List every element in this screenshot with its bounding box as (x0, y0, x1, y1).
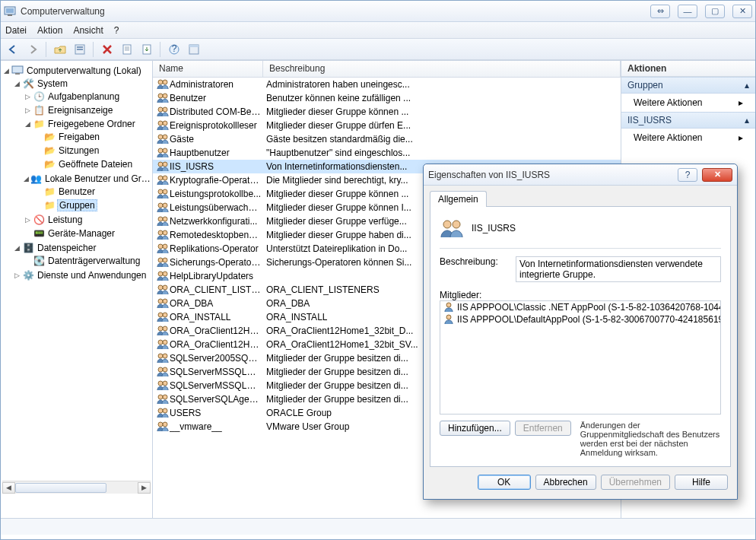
desc-field[interactable]: Von Internetinformationsdiensten verwend… (516, 256, 721, 282)
titlebar[interactable]: Computerverwaltung ⇔ — ▢ ✕ (1, 1, 755, 22)
list-cell-name: IIS_IUSRS (170, 161, 266, 172)
disk-icon: 💽 (33, 255, 45, 267)
column-beschreibung[interactable]: Beschreibung (263, 61, 621, 77)
scroll-left-icon[interactable]: ◀ (2, 482, 15, 494)
list-cell-name: ORA_CLIENT_LISTENE... (170, 284, 266, 295)
actions-link-weitere-2[interactable]: Weitere Aktionen▸ (621, 129, 755, 147)
list-cell-name: Gäste (170, 134, 266, 145)
group-icon (156, 311, 170, 323)
column-name[interactable]: Name (153, 61, 263, 77)
actions-section-gruppen[interactable]: Gruppen▴ (621, 77, 755, 94)
list-row[interactable]: Hauptbenutzer"Hauptbenutzer" sind einges… (153, 146, 621, 160)
maximize-button[interactable]: ▢ (705, 5, 725, 18)
tree-dienste[interactable]: ▷⚙️Dienste und Anwendungen (13, 269, 151, 281)
members-list[interactable]: IIS APPPOOL\Classic .NET AppPool (S-1-5-… (440, 300, 721, 415)
group-icon (156, 78, 170, 91)
up-folder-button[interactable] (51, 41, 69, 58)
svg-point-36 (158, 230, 163, 235)
minimize-button[interactable]: — (678, 5, 697, 18)
tree-hscrollbar[interactable]: ◀ ▶ (2, 481, 151, 494)
collapse-icon: ▴ (745, 80, 749, 91)
group-icon (156, 160, 170, 173)
menu-datei[interactable]: Datei (5, 25, 27, 36)
delete-button[interactable] (98, 41, 116, 58)
dialog-help-button[interactable]: ? (678, 168, 697, 182)
cancel-button[interactable]: Abbrechen (535, 475, 596, 490)
tree-sitzungen[interactable]: 📂Sitzungen (34, 145, 151, 157)
tree-lokale-benutzer[interactable]: ◢👥Lokale Benutzer und Gr… (24, 173, 151, 185)
window-title: Computerverwaltung (21, 6, 650, 17)
list-cell-name: Netzwerkkonfigurati... (170, 216, 266, 227)
status-bar (1, 518, 755, 535)
list-row[interactable]: EreignisprotokollleserMitglieder dieser … (153, 119, 621, 132)
tree-aufgabenplanung[interactable]: ▷🕒Aufgabenplanung (24, 91, 151, 103)
tree-root[interactable]: ◢Computerverwaltung (Lokal) (2, 65, 151, 77)
group-icon (156, 133, 170, 145)
svg-point-26 (158, 162, 163, 167)
svg-point-41 (163, 258, 167, 262)
list-row[interactable]: GästeGäste besitzen standardmäßig die... (153, 132, 621, 146)
dialog-help-footer-button[interactable]: Hilfe (675, 475, 728, 490)
add-button[interactable]: Hinzufügen... (440, 421, 510, 436)
dialog-close-button[interactable]: ✕ (702, 168, 732, 182)
group-icon (156, 256, 170, 268)
member-row[interactable]: IIS APPPOOL\Classic .NET AppPool (S-1-5-… (440, 301, 720, 313)
tree-gruppen[interactable]: 📁Gruppen (34, 199, 151, 211)
group-icon (440, 216, 464, 240)
svg-point-17 (163, 94, 167, 98)
tree-datentraeger[interactable]: 💽Datenträgerverwaltung (24, 255, 151, 267)
folder-icon: 📁 (43, 186, 56, 198)
tree-panel[interactable]: ◢Computerverwaltung (Lokal) ◢🛠️System ▷🕒… (1, 61, 153, 518)
device-icon: 📟 (33, 227, 45, 240)
svg-point-43 (163, 272, 167, 276)
properties-button[interactable] (71, 41, 89, 58)
actions-section-iisiusrs[interactable]: IIS_IUSRS▴ (621, 112, 755, 129)
group-icon (156, 243, 170, 255)
svg-point-67 (453, 221, 460, 228)
tree-leistung[interactable]: ▷🚫Leistung (24, 214, 151, 226)
tree-system[interactable]: ◢🛠️System (13, 78, 151, 90)
tree-freigegebene-ordner[interactable]: ◢📁Freigegebene Ordner (24, 118, 151, 130)
ok-button[interactable]: OK (478, 475, 531, 490)
svg-point-69 (446, 315, 451, 319)
dialog-titlebar[interactable]: Eigenschaften von IIS_IUSRS ? ✕ (424, 164, 737, 186)
list-cell-name: Ereignisprotokollleser (170, 120, 266, 131)
svg-point-52 (158, 340, 163, 345)
actions-link-weitere-1[interactable]: Weitere Aktionen▸ (621, 94, 755, 112)
list-row[interactable]: BenutzerBenutzer können keine zufälligen… (153, 91, 621, 105)
scroll-thumb[interactable] (15, 483, 106, 493)
list-row[interactable]: AdministratorenAdministratoren haben une… (153, 78, 621, 91)
menu-hilfe[interactable]: ? (114, 25, 119, 36)
properties-dialog[interactable]: Eigenschaften von IIS_IUSRS ? ✕ Allgemei… (423, 164, 738, 500)
menu-ansicht[interactable]: Ansicht (73, 25, 103, 36)
close-button[interactable]: ✕ (732, 5, 752, 18)
forward-button[interactable] (24, 41, 42, 58)
tree-geraete-manager[interactable]: 📟Geräte-Manager (24, 227, 151, 240)
svg-point-28 (158, 176, 163, 180)
view-button[interactable] (185, 41, 203, 58)
nav-back-forward-icon[interactable]: ⇔ (650, 5, 670, 18)
tree-benutzer[interactable]: 📁Benutzer (34, 186, 151, 198)
refresh-button[interactable] (118, 41, 136, 58)
list-row[interactable]: Distributed COM-Ben...Mitglieder dieser … (153, 105, 621, 119)
svg-point-16 (158, 94, 163, 98)
svg-point-22 (158, 135, 163, 139)
member-name: IIS APPPOOL\DefaultAppPool (S-1-5-82-300… (457, 314, 720, 325)
tree-freigaben[interactable]: 📂Freigaben (34, 131, 151, 143)
user-icon (443, 314, 454, 325)
storage-icon: 🗄️ (22, 242, 34, 254)
group-name: IIS_IUSRS (472, 223, 516, 233)
member-row[interactable]: IIS APPPOOL\DefaultAppPool (S-1-5-82-300… (440, 313, 720, 326)
back-button[interactable] (4, 41, 22, 58)
menu-aktion[interactable]: Aktion (37, 25, 62, 36)
tree-geoeffnete-dateien[interactable]: 📂Geöffnete Dateien (34, 158, 151, 170)
chevron-right-icon: ▸ (739, 132, 743, 143)
svg-point-60 (158, 395, 163, 399)
scroll-right-icon[interactable]: ▶ (138, 482, 151, 494)
tree-datenspeicher[interactable]: ◢🗄️Datenspeicher (13, 242, 151, 254)
folder-icon: 📂 (43, 145, 56, 157)
export-button[interactable] (138, 41, 156, 58)
tab-allgemein[interactable]: Allgemein (430, 191, 487, 207)
tree-ereignisanzeige[interactable]: ▷📋Ereignisanzeige (24, 104, 151, 116)
help-button[interactable]: ? (165, 41, 183, 58)
